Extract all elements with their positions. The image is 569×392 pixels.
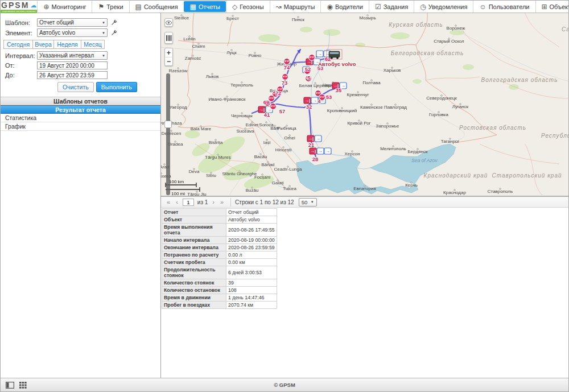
map-visibility-button[interactable] (164, 18, 173, 27)
zoom-out-button[interactable]: − (165, 57, 172, 65)
marker-number: 52 (305, 66, 311, 72)
region-label: Белгородская область (391, 50, 464, 56)
region-label: Курская область (389, 22, 443, 28)
section-graph[interactable]: График (1, 122, 160, 131)
element-select[interactable]: Автобус volvo ▼ (37, 28, 108, 37)
main-panel: 100 km 100 mi SiedlceБрестПинскМозырьLub… (161, 13, 568, 378)
element-settings-button[interactable] (111, 30, 117, 36)
arrow-icon: →| (308, 136, 314, 141)
table-row: Количество стоянок39 (162, 279, 277, 287)
map-layers-button[interactable] (164, 32, 173, 44)
page-number-input[interactable] (183, 199, 194, 206)
tab-chart[interactable]: ▦Отчеты (184, 1, 226, 12)
tab-globe[interactable]: ⊕Мониторинг (37, 1, 92, 13)
city-label: Кропивницкий (327, 108, 357, 113)
section-statistics[interactable]: Статистика (1, 114, 160, 122)
city-label: Zamość (185, 56, 201, 61)
city-label: Черновцы (231, 113, 253, 118)
first-page-button[interactable]: « (164, 199, 173, 205)
run-button[interactable]: Выполнить (96, 82, 137, 92)
city-label: Луцк (226, 50, 237, 55)
bus-wheel (336, 57, 339, 59)
clock-icon: ◷ (420, 3, 426, 10)
sidebar-toggle-icon (6, 382, 14, 389)
report-form: Шаблон: Отчет общий ▼ Элемент: Автобус v… (1, 13, 160, 97)
section-report-result[interactable]: Результат отчета (1, 105, 160, 114)
stop-marker-label: STOP (271, 105, 276, 108)
row-value: 2020-08-26 17:49:55 (226, 224, 277, 237)
city-label: Старый Оскол (434, 39, 464, 44)
quick-range-2[interactable]: Неделя (53, 40, 81, 49)
tab-task[interactable]: ☑Задания (369, 1, 414, 13)
clear-button[interactable]: Очистить (57, 82, 94, 92)
to-label: До: (5, 72, 37, 79)
tab-user[interactable]: ☺Пользователи (473, 1, 535, 13)
tab-label: Уведомления (428, 3, 468, 10)
map-canvas[interactable]: 100 km 100 mi SiedlceБрестПинскМозырьLub… (161, 13, 568, 197)
stop-marker-label: STOP (269, 97, 274, 100)
tab-label: Водители (335, 3, 363, 10)
report-results-panel: « ‹ из 1 › » Строки с 1 по 12 из 12 50 ▼… (161, 197, 568, 378)
last-page-button[interactable]: » (217, 199, 226, 205)
from-date-input[interactable] (37, 61, 108, 69)
tab-label: Сообщения (144, 3, 178, 10)
tab-label: Треки (106, 3, 123, 10)
map-scrollbar[interactable] (166, 73, 170, 195)
tab-label: Геозоны (240, 3, 263, 10)
map-image: 100 km 100 mi SiedlceБрестПинскМозырьLub… (161, 13, 568, 197)
app-logo[interactable]: GPSM ☁ спутниковая система слежения (1, 1, 37, 13)
steering-wheel-icon: ◉ (327, 3, 332, 10)
page-size-select[interactable]: 50 ▼ (299, 198, 317, 207)
template-settings-button[interactable] (111, 19, 117, 26)
city-label: Bistrița (209, 140, 223, 145)
quick-range-group: СегодняВчераНеделяМесяц (3, 40, 160, 49)
zoom-in-button[interactable]: + (165, 48, 172, 57)
map-zoom-control: + − (164, 48, 173, 66)
sidebar-toggle-button[interactable] (6, 382, 14, 389)
city-label: Ивано-Франковск (209, 97, 246, 102)
city-label: Bârlad (261, 162, 274, 167)
top-navigation: GPSM ☁ спутниковая система слежения ⊕Мон… (1, 1, 568, 13)
quick-range-1[interactable]: Вчера (32, 40, 54, 49)
quick-range-3[interactable]: Месяц (81, 40, 105, 49)
next-page-button[interactable]: › (209, 199, 217, 205)
row-value: 1 день 14:47:46 (226, 294, 277, 302)
chevron-down-icon: ▼ (102, 54, 105, 57)
city-label: Каменское (360, 105, 384, 110)
tab-document[interactable]: ▤Сообщения (129, 1, 184, 13)
prev-page-button[interactable]: ‹ (173, 199, 181, 205)
city-label: Запорожье (376, 123, 399, 129)
city-label: Edineț (246, 122, 259, 127)
city-label: Керчь (405, 183, 418, 188)
quick-range-0[interactable]: Сегодня (3, 40, 33, 49)
city-label: Ставрополь (488, 189, 513, 194)
to-date-input[interactable] (37, 71, 108, 79)
city-label: Таганрог (441, 139, 459, 144)
tab-clock[interactable]: ◷Уведомления (414, 1, 473, 13)
truck-icon: ⊞ (542, 3, 547, 10)
row-label: Количество стоянок (162, 279, 226, 287)
pager-divider (230, 198, 231, 207)
scale-mi-label: 100 mi (171, 191, 185, 196)
report-sidebar: Шаблон: Отчет общий ▼ Элемент: Автобус v… (1, 13, 161, 378)
wrench-icon (111, 19, 117, 26)
row-label: Время выполнения отчета (162, 224, 226, 237)
tab-polygon[interactable]: ◇Геозоны (226, 1, 270, 13)
table-row: Пробег в поездках2070.74 км (162, 302, 277, 309)
template-select[interactable]: Отчет общий ▼ (37, 18, 108, 27)
stop-marker-label: STOP (283, 76, 288, 78)
document-icon: ▤ (135, 3, 142, 10)
tab-truck[interactable]: ⊞Объекты (535, 1, 569, 13)
app-window: GPSM ☁ спутниковая система слежения ⊕Мон… (0, 0, 569, 392)
city-label: Львов (206, 74, 218, 79)
tab-route[interactable]: ↝Маршруты (270, 1, 321, 13)
interval-select[interactable]: Указанный интервал ▼ (37, 51, 108, 60)
section-report-templates[interactable]: Шаблоны отчетов (1, 97, 160, 105)
tab-flag[interactable]: ⚑Треки (92, 1, 129, 13)
grid-view-button[interactable] (19, 382, 27, 389)
tab-steering-wheel[interactable]: ◉Водители (320, 1, 369, 13)
map-mode-button[interactable] (164, 121, 172, 128)
vehicle-label: Автобус volvo (318, 61, 356, 67)
row-label: Объект (162, 216, 226, 224)
city-label: Пинск (292, 17, 305, 22)
